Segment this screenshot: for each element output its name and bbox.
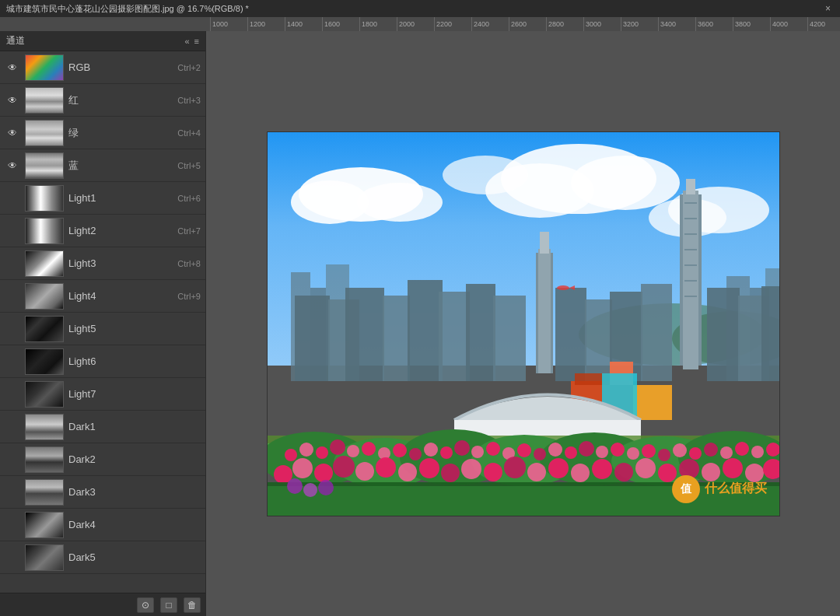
channel-item-rgb[interactable]: 👁RGBCtrl+2: [0, 51, 205, 84]
canvas-image: 值 什么值得买: [267, 131, 780, 516]
ruler-mark: 2600: [509, 17, 546, 31]
channel-label-light4: Light4: [68, 290, 177, 302]
eye-icon-rgb[interactable]: 👁: [5, 62, 20, 73]
channels-panel: 通道 « ≡ 👁RGBCtrl+2👁红Ctrl+3👁绿Ctrl+4👁蓝Ctrl+…: [0, 31, 206, 616]
channels-title: 通道: [6, 34, 25, 47]
channels-icons: « ≡: [184, 37, 199, 46]
channel-list[interactable]: 👁RGBCtrl+2👁红Ctrl+3👁绿Ctrl+4👁蓝Ctrl+5Light1…: [0, 51, 205, 593]
svg-rect-36: [383, 296, 410, 381]
eye-icon-green[interactable]: 👁: [5, 128, 20, 138]
channel-item-dark2[interactable]: Dark2: [0, 443, 205, 476]
svg-point-124: [557, 285, 569, 290]
ruler-mark: 1600: [322, 17, 359, 31]
channel-thumb-green: [25, 120, 64, 146]
channel-item-dark3[interactable]: Dark3: [0, 476, 205, 509]
channel-shortcut-blue: Ctrl+5: [177, 161, 201, 170]
channel-label-dark5: Dark5: [68, 551, 201, 563]
watermark-icon: 值: [672, 475, 700, 503]
channel-item-light4[interactable]: Light4Ctrl+9: [0, 280, 205, 313]
eye-icon-blue[interactable]: 👁: [5, 160, 20, 171]
channel-label-dark2: Dark2: [68, 453, 201, 465]
save-channel-button[interactable]: □: [160, 597, 177, 613]
svg-rect-28: [684, 296, 697, 297]
channel-thumb-blue: [25, 152, 64, 179]
ruler-mark: 2200: [434, 17, 471, 31]
svg-point-104: [461, 459, 481, 479]
svg-rect-35: [345, 288, 384, 381]
collapse-icon[interactable]: «: [184, 37, 189, 46]
channel-item-light5[interactable]: Light5: [0, 313, 205, 345]
svg-point-110: [592, 459, 612, 479]
svg-rect-26: [684, 264, 697, 266]
svg-point-102: [419, 458, 439, 478]
watermark: 值 什么值得买: [672, 475, 767, 503]
svg-rect-39: [466, 284, 495, 381]
channel-label-blue: 蓝: [68, 159, 177, 173]
ruler-mark: 1800: [359, 17, 397, 31]
ruler-mark: 3400: [658, 17, 695, 31]
svg-point-106: [504, 457, 526, 478]
title-bar: 城市建筑市民中心蓬花山公园摄影图配图.jpg @ 16.7%(RGB/8) * …: [0, 0, 840, 17]
svg-point-92: [735, 442, 749, 456]
channel-item-light7[interactable]: Light7: [0, 378, 205, 411]
delete-channel-button[interactable]: 🗑: [184, 597, 201, 613]
svg-rect-38: [439, 292, 470, 381]
svg-point-94: [766, 443, 780, 457]
svg-point-66: [330, 439, 345, 455]
svg-rect-30: [538, 249, 551, 373]
channel-thumb-dark5: [25, 544, 64, 571]
channel-item-dark1[interactable]: Dark1: [0, 411, 205, 443]
svg-point-79: [534, 448, 546, 460]
ruler-mark: 4000: [770, 17, 807, 31]
channel-thumb-light5: [25, 316, 64, 342]
svg-point-107: [527, 463, 546, 481]
close-button[interactable]: ×: [822, 3, 834, 14]
channel-item-blue[interactable]: 👁蓝Ctrl+5: [0, 149, 205, 182]
channel-label-light7: Light7: [68, 388, 201, 400]
channel-item-light6[interactable]: Light6: [0, 345, 205, 378]
svg-point-91: [720, 446, 733, 459]
svg-rect-22: [684, 202, 697, 204]
channel-shortcut-light1: Ctrl+6: [177, 194, 201, 203]
ruler-mark: 1200: [247, 17, 285, 31]
channel-shortcut-green: Ctrl+4: [177, 128, 201, 138]
svg-point-85: [627, 447, 639, 460]
svg-point-68: [362, 442, 376, 456]
ruler-mark: 3200: [621, 17, 658, 31]
channel-shortcut-light3: Ctrl+8: [177, 259, 201, 268]
svg-point-112: [635, 458, 656, 478]
channel-item-green[interactable]: 👁绿Ctrl+4: [0, 117, 205, 149]
eye-icon-red[interactable]: 👁: [5, 95, 20, 106]
svg-point-74: [454, 440, 470, 456]
channel-thumb-dark3: [25, 479, 64, 506]
channel-item-light1[interactable]: Light1Ctrl+6: [0, 182, 205, 215]
menu-icon[interactable]: ≡: [194, 37, 199, 46]
ruler-mark: 3000: [583, 17, 621, 31]
main-area: 通道 « ≡ 👁RGBCtrl+2👁红Ctrl+3👁绿Ctrl+4👁蓝Ctrl+…: [0, 31, 840, 616]
channel-item-red[interactable]: 👁红Ctrl+3: [0, 84, 205, 117]
channel-shortcut-light2: Ctrl+7: [177, 226, 201, 236]
channel-thumb-light7: [25, 381, 64, 408]
svg-point-93: [751, 446, 764, 458]
ruler-mark: 2000: [397, 17, 434, 31]
channel-thumb-dark2: [25, 446, 64, 473]
watermark-label: 什么值得买: [705, 481, 767, 497]
svg-point-111: [614, 463, 633, 481]
channel-item-dark5[interactable]: Dark5: [0, 541, 205, 574]
dotted-circle-button[interactable]: ⊙: [137, 597, 154, 613]
ruler-mark: 1400: [285, 17, 322, 31]
channel-thumb-light2: [25, 218, 64, 244]
channel-item-light3[interactable]: Light3Ctrl+8: [0, 247, 205, 280]
svg-rect-33: [295, 296, 330, 381]
channel-item-light2[interactable]: Light2Ctrl+7: [0, 215, 205, 247]
svg-point-83: [596, 446, 608, 458]
channel-item-dark4[interactable]: Dark4: [0, 509, 205, 541]
channel-label-light2: Light2: [68, 225, 177, 236]
svg-point-86: [642, 444, 656, 458]
svg-point-87: [658, 449, 670, 461]
channel-thumb-dark1: [25, 414, 64, 440]
svg-point-67: [347, 445, 359, 457]
svg-point-78: [517, 443, 531, 457]
svg-rect-40: [493, 296, 526, 381]
svg-point-96: [292, 458, 313, 478]
